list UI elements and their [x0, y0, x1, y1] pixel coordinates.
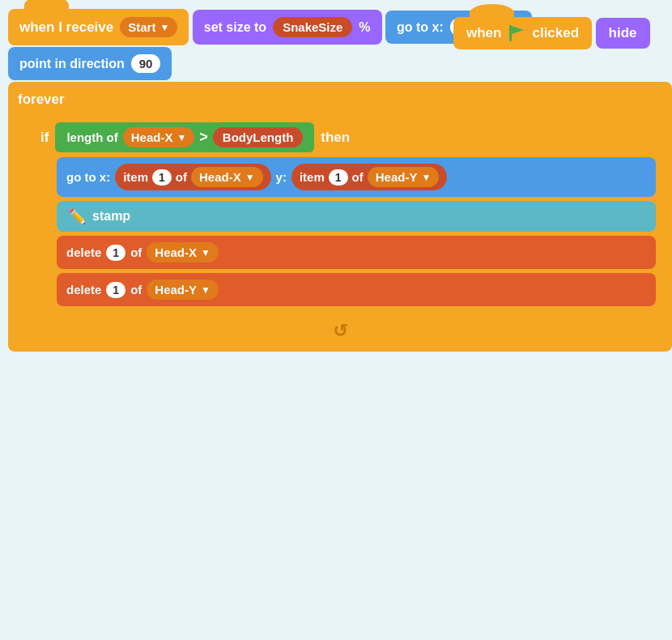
pencil-icon: ✏️	[68, 207, 86, 225]
direction-value[interactable]: 90	[131, 54, 161, 73]
hide-block[interactable]: hide	[596, 18, 650, 49]
head-x-dropdown[interactable]: Head-X ▼	[123, 127, 195, 147]
when-flag-clicked-block[interactable]: when 🏴 clicked	[453, 17, 592, 49]
delete-head-y-dropdown[interactable]: Head-Y ▼	[147, 279, 219, 300]
when-receive-block[interactable]: when I receive Start ▼	[8, 9, 189, 45]
item-1b-value[interactable]: 1	[329, 169, 348, 186]
start-dropdown[interactable]: Start ▼	[120, 17, 177, 37]
length-of-label: length of	[66, 130, 117, 144]
set-size-label: set size to	[204, 20, 266, 35]
flag-icon	[508, 25, 525, 41]
delete-label2: delete	[66, 283, 101, 297]
head-y-dropdown[interactable]: Head-Y ▼	[368, 167, 440, 187]
delete-1a-value[interactable]: 1	[106, 245, 125, 261]
item-1-head-x: item 1 of Head-X ▼	[115, 164, 270, 190]
forever-inner: if length of Head-X ▼ > BodyLength then	[31, 114, 666, 314]
start-dropdown-arrow: ▼	[159, 22, 169, 33]
goto-xy-block[interactable]: go to x: item 1 of Head-X ▼	[57, 157, 656, 197]
delete-head-y-block[interactable]: delete 1 of Head-Y ▼	[57, 273, 656, 306]
percent-label: %	[359, 20, 370, 35]
delete-head-x-block[interactable]: delete 1 of Head-X ▼	[57, 236, 656, 269]
delete-label: delete	[66, 245, 101, 259]
when-label: when	[466, 25, 501, 41]
svg-rect-0	[509, 25, 512, 41]
item-1-head-y: item 1 of Head-Y ▼	[291, 164, 447, 190]
when-receive-label: when I receive	[19, 19, 113, 36]
y-label2: y:	[276, 170, 287, 184]
if-label: if	[40, 130, 49, 146]
forever-block: forever if length of Head-X ▼ >	[8, 82, 672, 352]
delete-1b-value[interactable]: 1	[106, 282, 125, 298]
stamp-label: stamp	[92, 209, 130, 224]
head-x2-dropdown[interactable]: Head-X ▼	[191, 167, 263, 187]
point-direction-block[interactable]: point in direction 90	[8, 47, 172, 80]
hide-label: hide	[609, 25, 637, 41]
of-label3: of	[130, 245, 142, 259]
head-x-arrow: ▼	[177, 132, 186, 143]
if-header: if length of Head-X ▼ > BodyLength then	[40, 122, 656, 152]
go-to-label: go to x:	[397, 20, 444, 35]
snake-size-value[interactable]: SnakeSize	[273, 17, 352, 37]
set-size-block[interactable]: set size to SnakeSize %	[193, 10, 382, 45]
then-label: then	[321, 130, 350, 146]
if-block: if length of Head-X ▼ > BodyLength then	[34, 117, 662, 311]
clicked-text: clicked	[532, 25, 579, 41]
main-stack: when I receive Start ▼ set size to Snake…	[8, 8, 672, 352]
right-stack: when 🏴 clicked hide	[453, 16, 650, 49]
forever-label: forever	[15, 88, 666, 111]
repeat-arrow: ↺	[15, 318, 666, 345]
of-label4: of	[130, 283, 142, 297]
if-inner: go to x: item 1 of Head-X ▼	[57, 156, 656, 306]
point-direction-label: point in direction	[19, 57, 125, 71]
delete-head-x-dropdown[interactable]: Head-X ▼	[147, 242, 219, 262]
item-1a-value[interactable]: 1	[152, 169, 172, 186]
goto-x-label: go to x:	[66, 170, 110, 184]
greater-label: >	[199, 129, 208, 146]
condition-block: length of Head-X ▼ > BodyLength	[55, 122, 314, 152]
body-length-value[interactable]: BodyLength	[213, 127, 304, 147]
stamp-block[interactable]: ✏️ stamp	[57, 201, 656, 232]
svg-marker-1	[512, 26, 524, 34]
